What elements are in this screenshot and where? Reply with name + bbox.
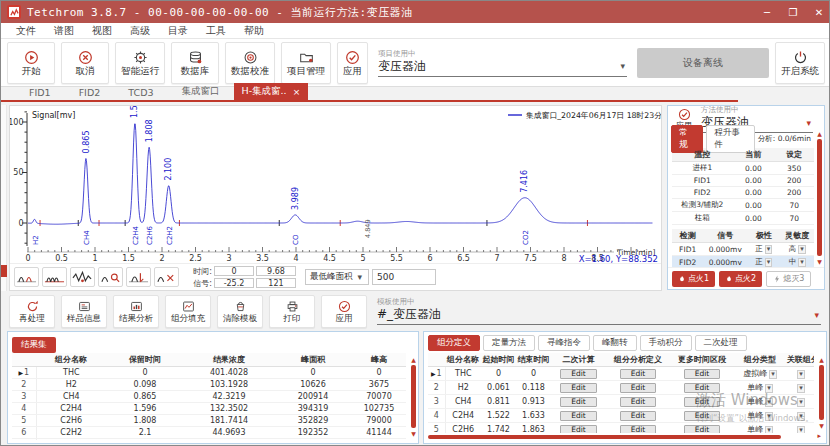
peak-manual-tool-button[interactable] (154, 267, 179, 287)
secondary-calc-edit-button[interactable]: Edit (560, 383, 597, 393)
scroll-up-icon[interactable]: ▲ (818, 356, 825, 363)
peak-valley-tool-button[interactable] (98, 267, 123, 287)
power-system-button[interactable]: 开启系统 (775, 42, 825, 84)
more-time-segments-edit-button[interactable]: Edit (684, 425, 721, 434)
close-button[interactable]: ✕ (813, 7, 825, 18)
data-calibration-button[interactable]: 数据校准 (225, 42, 275, 84)
tab-集成窗口[interactable]: 集成窗口 (168, 83, 234, 100)
sample-info-button[interactable]: 样品信息 (61, 295, 107, 328)
method-panel-scrollbar[interactable]: ▲ ▼ (816, 130, 823, 265)
more-time-segments-edit-button[interactable]: Edit (684, 369, 721, 379)
apply-template-button[interactable]: 应用 (321, 295, 367, 328)
menu-item-视图[interactable]: 视图 (83, 24, 121, 38)
chevron-down-icon[interactable]: ▾ (765, 426, 773, 433)
signal-to-input[interactable] (256, 278, 296, 288)
menu-item-高级[interactable]: 高级 (121, 24, 159, 38)
more-time-segments-edit-button[interactable]: Edit (684, 411, 721, 421)
tab-TCD3[interactable]: TCD3 (114, 85, 167, 100)
min-peak-area-combo[interactable]: 最低峰面积 ▾ (305, 269, 369, 285)
scroll-up-icon[interactable]: ▲ (816, 130, 823, 137)
definitions-tab-峰翻转[interactable]: 峰翻转 (593, 335, 637, 351)
table-row[interactable]: 3 CH40.8110.913 Edit Edit Edit 单峰▾ ▾ (428, 395, 814, 409)
chevron-down-icon[interactable]: ▾ (804, 118, 813, 128)
chevron-down-icon[interactable]: ▾ (765, 412, 773, 421)
definitions-tab-组分定义[interactable]: 组分定义 (428, 335, 480, 351)
table-row[interactable]: ▶1 THC0401.402800 (12, 367, 406, 379)
peak-single-tool-button[interactable] (14, 267, 39, 287)
database-button[interactable]: 数据库 (171, 42, 219, 84)
peak-drop-tool-button[interactable] (126, 267, 151, 287)
scroll-down-icon[interactable]: ▼ (816, 258, 823, 265)
table-row[interactable]: 7 CO3.989132.78179695310994 (12, 439, 406, 441)
chevron-down-icon[interactable]: ▾ (765, 245, 773, 254)
chevron-down-icon[interactable]: ▾ (765, 384, 773, 393)
table-row[interactable]: 6 C2H22.144.969319235241144 (12, 427, 406, 439)
scroll-thumb[interactable] (819, 365, 824, 420)
time-from-input[interactable] (214, 266, 254, 276)
chevron-down-icon[interactable]: ▾ (765, 398, 773, 407)
more-time-segments-edit-button[interactable]: Edit (684, 397, 721, 407)
definitions-tab-定量方法[interactable]: 定量方法 (483, 335, 535, 351)
scroll-right-icon[interactable]: ▸ (817, 432, 821, 440)
tab-FID1[interactable]: FID1 (15, 85, 65, 100)
component-analysis-edit-button[interactable]: Edit (620, 411, 657, 421)
menu-item-目录[interactable]: 目录 (159, 24, 197, 38)
table-row[interactable]: 5 C2H61.7421.863 Edit Edit Edit 单峰▾ ▾ (428, 423, 814, 434)
table-row[interactable]: 柱箱0.0070 (672, 212, 814, 225)
scroll-down-icon[interactable]: ▼ (818, 422, 825, 429)
chevron-down-icon[interactable]: ▾ (769, 370, 777, 379)
table-row[interactable]: ▶1 THC00 Edit Edit Edit 虚拟峰▾ ▾ (428, 367, 814, 381)
left-scroll-strip[interactable] (1, 105, 7, 291)
secondary-calc-edit-button[interactable]: Edit (560, 425, 597, 434)
start-button[interactable]: 开始 (7, 42, 55, 84)
component-analysis-edit-button[interactable]: Edit (620, 425, 657, 434)
table-row[interactable]: 2 H20.0610.118 Edit Edit Edit 单峰▾ ▾ (428, 381, 814, 395)
time-to-input[interactable] (256, 266, 296, 276)
chevron-down-icon[interactable]: ▾ (797, 370, 805, 379)
cancel-button[interactable]: 取消 (61, 42, 109, 84)
template-combo[interactable]: 模板使用中 #_变压器油 ▾ (373, 297, 825, 325)
results-tab[interactable]: 结果集 (12, 337, 56, 353)
reprocess-button[interactable]: 再处理 (9, 295, 55, 328)
menu-item-谱图[interactable]: 谱图 (45, 24, 83, 38)
project-combo[interactable]: 项目使用中 变压器油 ▾ (374, 49, 631, 77)
chevron-down-icon[interactable]: ▾ (765, 258, 773, 267)
definitions-table[interactable]: 组分名称起始时间结束时间二次计算组分分析定义更多时间区段组分类型关联组分 ▶1 … (428, 353, 814, 433)
project-manage-button[interactable]: 项目管理 (281, 42, 331, 84)
results-table[interactable]: 组分名称保留时间结果浓度峰面积峰高 ▶1 THC0401.402800 2 H2… (12, 353, 406, 440)
definitions-hscrollbar[interactable]: ▸ (428, 434, 812, 440)
chevron-down-icon[interactable]: ▾ (356, 272, 365, 282)
peak-cluster-tool-button[interactable] (70, 267, 95, 287)
chevron-down-icon[interactable]: ▾ (618, 61, 627, 71)
menu-item-工具[interactable]: 工具 (197, 24, 235, 38)
table-row[interactable]: 2 H20.098103.1928106263675 (12, 379, 406, 391)
scroll-thumb[interactable] (411, 365, 416, 428)
definitions-vscrollbar[interactable]: ▲ ▼ (818, 356, 825, 429)
device-offline-button[interactable]: 设备离线 (637, 48, 769, 78)
peak-double-tool-button[interactable] (42, 267, 67, 287)
secondary-calc-edit-button[interactable]: Edit (560, 369, 597, 379)
definitions-tab-手动积分[interactable]: 手动积分 (640, 335, 692, 351)
table-row[interactable]: 4 C2H41.5221.633 Edit Edit Edit 单峰▾ ▾ (428, 409, 814, 423)
component-analysis-edit-button[interactable]: Edit (620, 383, 657, 393)
table-row[interactable]: 检测3/辅助20.0070 (672, 199, 814, 212)
tab-FID2[interactable]: FID2 (65, 85, 115, 100)
chevron-down-icon[interactable]: ▾ (797, 426, 805, 434)
print-button[interactable]: 打印 (269, 295, 315, 328)
smart-run-button[interactable]: 智能运行 (115, 42, 165, 84)
menu-item-帮助[interactable]: 帮助 (235, 24, 273, 38)
table-row[interactable]: 3 CH40.86542.321920091470070 (12, 391, 406, 403)
signal-from-input[interactable] (214, 278, 254, 288)
secondary-calc-edit-button[interactable]: Edit (560, 411, 597, 421)
table-row[interactable]: FID10.00200 (672, 175, 814, 187)
extinguish-button[interactable]: 熄灭3 (766, 271, 811, 287)
results-scrollbar[interactable]: ▲ ▼ (410, 356, 417, 437)
menu-item-文件[interactable]: 文件 (7, 24, 45, 38)
definitions-tab-二次处理[interactable]: 二次处理 (695, 335, 747, 351)
component-analysis-edit-button[interactable]: Edit (620, 397, 657, 407)
left-scroll-handle[interactable] (1, 265, 7, 277)
scroll-down-icon[interactable]: ▼ (410, 430, 417, 437)
component-fill-button[interactable]: 组分填充 (165, 295, 211, 328)
clear-template-button[interactable]: 清除模板 (217, 295, 263, 328)
scroll-up-icon[interactable]: ▲ (410, 356, 417, 363)
